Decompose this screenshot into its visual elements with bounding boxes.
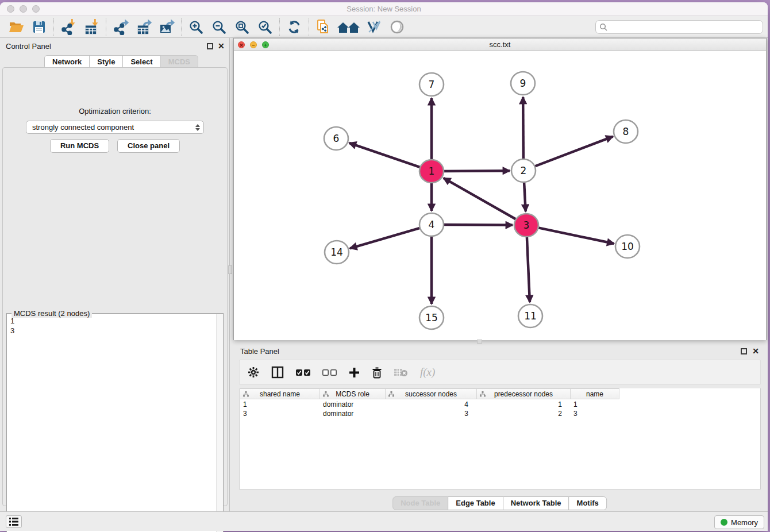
window-title: Session: New Session <box>0 2 768 16</box>
mcds-result-text[interactable]: 1 3 <box>7 315 215 532</box>
control-panel: Control Panel ✕ NetworkStyleSelectMCDS O… <box>0 38 230 511</box>
graph-edge-2-9[interactable] <box>523 97 523 163</box>
graph-edge-3-11[interactable] <box>527 233 530 302</box>
table-cell: 3 <box>240 409 320 418</box>
minimize-window-button[interactable] <box>20 5 27 13</box>
graph-edge-1-6[interactable] <box>349 143 424 169</box>
close-panel-button-mcds[interactable]: Close panel <box>117 139 180 153</box>
level-of-detail-button[interactable] <box>386 18 409 36</box>
table-cell: 3 <box>386 409 477 418</box>
table-row[interactable]: 3dominator323 <box>240 409 619 418</box>
create-column-button[interactable] <box>349 364 360 380</box>
graph-edge-2-3[interactable] <box>524 179 526 211</box>
zoom-window-button[interactable] <box>32 5 40 13</box>
export-table-icon <box>136 19 152 35</box>
show-columns-button[interactable] <box>271 364 284 380</box>
graph-node-6[interactable]: 6 <box>324 127 348 150</box>
svg-text:9: 9 <box>520 78 526 89</box>
network-close-button[interactable]: ✕ <box>238 41 245 48</box>
mcds-panel: Optimization criterion: strongly connect… <box>2 67 228 506</box>
table-settings-button[interactable] <box>248 364 259 380</box>
zoom-in-icon <box>188 20 203 34</box>
zoom-out-button[interactable] <box>207 18 230 36</box>
export-network-button[interactable] <box>109 18 132 36</box>
export-table-button[interactable] <box>132 18 155 36</box>
delete-column-button[interactable] <box>372 364 382 380</box>
graph-node-3[interactable]: 3 <box>514 214 538 237</box>
optimization-criterion-label: Optimization criterion: <box>3 107 227 115</box>
annotations-icon <box>366 20 382 34</box>
search-input[interactable] <box>610 22 759 31</box>
refresh-view-button[interactable] <box>283 18 306 36</box>
save-session-button[interactable] <box>28 18 51 36</box>
search-icon <box>599 23 607 31</box>
svg-text:3: 3 <box>523 219 530 231</box>
first-neighbors-button[interactable] <box>335 18 363 36</box>
import-network-button[interactable] <box>57 18 80 36</box>
run-mcds-button[interactable]: Run MCDS <box>50 139 109 153</box>
graph-node-10[interactable]: 10 <box>615 235 640 258</box>
graph-edge-4-3[interactable] <box>440 225 513 225</box>
show-panels-button[interactable] <box>6 515 22 528</box>
graph-node-1[interactable]: 1 <box>419 160 444 183</box>
select-all-columns-button[interactable] <box>296 364 310 380</box>
export-image-button[interactable] <box>155 18 178 36</box>
table-panel: Table Panel ✕ <box>233 344 767 511</box>
canvas-resize-grip[interactable] <box>477 340 482 344</box>
table-panel-title: Table Panel <box>240 347 279 356</box>
eye-lens-icon <box>390 20 405 34</box>
tab-motifs[interactable]: Motifs <box>569 496 607 510</box>
graph-node-2[interactable]: 2 <box>511 159 536 182</box>
graph-node-9[interactable]: 9 <box>511 72 535 95</box>
criterion-select[interactable]: strongly connected component <box>26 121 204 134</box>
zoom-fit-button[interactable] <box>230 18 253 36</box>
gear-icon <box>248 367 259 378</box>
graph-edge-3-10[interactable] <box>534 227 614 244</box>
clone-network-button[interactable] <box>312 18 335 36</box>
network-graph[interactable]: 1234678910111415 <box>234 51 767 340</box>
table-cell: dominator <box>320 409 386 418</box>
network-canvas[interactable]: 1234678910111415 <box>234 51 766 340</box>
zoom-selected-button[interactable] <box>253 18 276 36</box>
float-panel-button[interactable] <box>207 43 213 49</box>
tab-node-table[interactable]: Node Table <box>392 496 448 510</box>
open-session-button[interactable] <box>5 18 28 36</box>
close-panel-button[interactable]: ✕ <box>218 42 225 50</box>
close-table-panel-button[interactable]: ✕ <box>752 347 759 355</box>
column-header-predecessor-nodes[interactable]: predecessor nodes <box>477 389 571 399</box>
graph-node-14[interactable]: 14 <box>325 241 349 264</box>
refresh-icon <box>287 20 302 34</box>
graph-node-7[interactable]: 7 <box>419 73 444 96</box>
column-header-shared-name[interactable]: shared name <box>240 389 320 399</box>
tab-edge-table[interactable]: Edge Table <box>448 496 503 510</box>
delete-table-icon <box>394 368 408 377</box>
column-header-MCDS-role[interactable]: MCDS role <box>320 389 386 399</box>
memory-button[interactable]: Memory <box>714 515 764 529</box>
splitter-grip[interactable] <box>228 265 232 274</box>
save-icon <box>32 20 46 34</box>
graph-edge-3-1[interactable] <box>444 178 519 221</box>
graph-edge-4-14[interactable] <box>350 227 424 248</box>
network-minimize-button[interactable]: − <box>250 41 257 48</box>
column-header-successor-nodes[interactable]: successor nodes <box>386 389 477 399</box>
graph-node-4[interactable]: 4 <box>419 213 444 236</box>
graph-edge-1-2[interactable] <box>440 171 510 171</box>
import-table-button[interactable] <box>80 18 103 36</box>
graph-node-8[interactable]: 8 <box>614 120 638 143</box>
network-window-titlebar[interactable]: ✕ − + scc.txt <box>234 38 766 51</box>
search-box[interactable] <box>595 20 763 34</box>
close-window-button[interactable] <box>7 5 14 13</box>
result-scrollbar[interactable] <box>216 314 223 532</box>
tab-network-table[interactable]: Network Table <box>503 496 569 510</box>
graph-edge-2-8[interactable] <box>531 137 613 168</box>
column-header-name[interactable]: name <box>571 389 619 399</box>
float-table-panel-button[interactable] <box>741 348 747 354</box>
deselect-all-columns-button[interactable] <box>322 364 337 380</box>
graph-node-11[interactable]: 11 <box>518 304 542 327</box>
zoom-in-button[interactable] <box>184 18 207 36</box>
toggle-annotations-button[interactable] <box>363 18 386 36</box>
network-zoom-button[interactable]: + <box>262 41 269 48</box>
graph-node-15[interactable]: 15 <box>419 306 444 329</box>
houses-icon <box>336 20 361 34</box>
table-row[interactable]: 1dominator411 <box>240 400 619 409</box>
